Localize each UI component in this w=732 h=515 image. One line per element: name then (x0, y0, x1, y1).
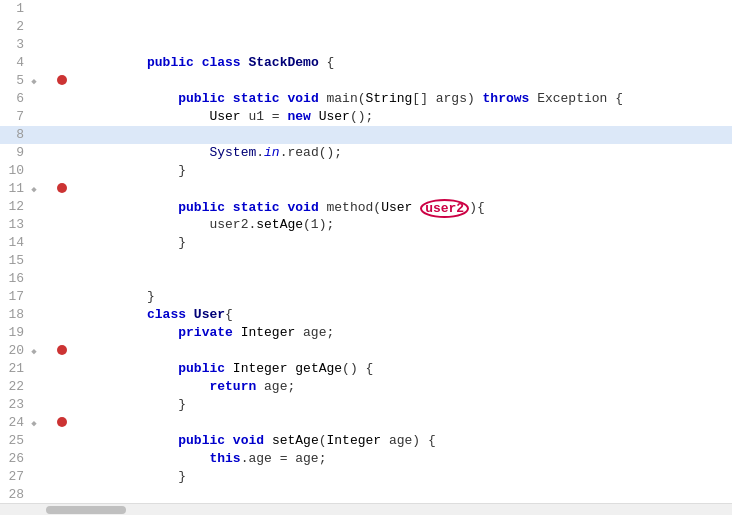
line-gutter-11: 11 ◆ (0, 180, 55, 198)
line-number-2: 2 (0, 18, 28, 36)
code-line-8: System.in.read(); (69, 126, 342, 144)
line-number-3: 3 (0, 36, 28, 54)
code-editor: 1 2 3 (0, 0, 732, 515)
code-line-12: user2.setAge(1); (69, 198, 334, 216)
table-row: 9 } (0, 144, 732, 162)
table-row: 18 private Integer age; (0, 306, 732, 324)
line-gutter-10: 10 (0, 162, 55, 180)
line-number-11: 11 (0, 180, 28, 198)
table-row: 16 } (0, 270, 732, 288)
line-number-18: 18 (0, 306, 28, 324)
line-gutter-4: 4 (0, 54, 55, 72)
line-number-9: 9 (0, 144, 28, 162)
fold-icon-5[interactable]: ◆ (28, 76, 40, 87)
table-row: 20 ◆ public Integer getAge() { (0, 342, 732, 360)
code-area[interactable]: 1 2 3 (0, 0, 732, 503)
line-gutter-19: 19 (0, 324, 55, 342)
line-gutter-17: 17 (0, 288, 55, 306)
code-line-6: User u1 = new User(); (69, 90, 373, 108)
code-line-20: public Integer getAge() { (69, 342, 373, 360)
line-gutter-16: 16 (0, 270, 55, 288)
breakpoint-24 (57, 417, 67, 427)
code-line-26: } (69, 450, 186, 468)
table-row: 2 (0, 18, 732, 36)
breakpoint-20 (57, 345, 67, 355)
line-number-16: 16 (0, 270, 28, 288)
line-number-21: 21 (0, 360, 28, 378)
line-number-23: 23 (0, 396, 28, 414)
code-line-7: method(u1); (69, 108, 295, 126)
line-number-17: 17 (0, 288, 28, 306)
line-gutter-21: 21 (0, 360, 55, 378)
breakpoint-11 (57, 183, 67, 193)
code-line-17: class User{ (69, 288, 233, 306)
line-number-15: 15 (0, 252, 28, 270)
table-row: 13 } (0, 216, 732, 234)
line-number-20: 20 (0, 342, 28, 360)
code-line-24: public void setAge(Integer age) { (69, 414, 436, 432)
code-line-25: this.age = age; (69, 432, 326, 450)
line-gutter-5: 5 ◆ (0, 72, 55, 90)
code-line-22: } (69, 378, 186, 396)
line-number-22: 22 (0, 378, 28, 396)
code-line-9: } (69, 144, 186, 162)
line-number-5: 5 (0, 72, 28, 90)
code-line-13: } (69, 216, 186, 234)
line-number-24: 24 (0, 414, 28, 432)
line-gutter-27: 27 (0, 468, 55, 486)
table-row: 8 System.in.read(); (0, 126, 732, 144)
line-gutter-7: 7 (0, 108, 55, 126)
line-number-7: 7 (0, 108, 28, 126)
scrollbar-thumb[interactable] (46, 506, 126, 514)
code-line-5: public static void main(String[] args) t… (69, 72, 623, 90)
line-gutter-2: 2 (0, 18, 55, 36)
code-line-21: return age; (69, 360, 295, 378)
table-row: 22 } (0, 378, 732, 396)
table-row: 17 class User{ (0, 288, 732, 306)
fold-icon-20[interactable]: ◆ (28, 346, 40, 357)
line-number-1: 1 (0, 0, 28, 18)
horizontal-scrollbar[interactable] (0, 503, 732, 515)
line-number-19: 19 (0, 324, 28, 342)
line-gutter-20: 20 ◆ (0, 342, 55, 360)
table-row: 11 ◆ public static void method(User user… (0, 180, 732, 198)
code-line-3: public class StackDemo { (69, 36, 334, 54)
line-number-10: 10 (0, 162, 28, 180)
code-line-16: } (69, 270, 155, 288)
line-number-25: 25 (0, 432, 28, 450)
line-number-13: 13 (0, 216, 28, 234)
line-gutter-6: 6 (0, 90, 55, 108)
line-gutter-9: 9 (0, 144, 55, 162)
table-row: 3 public class StackDemo { (0, 36, 732, 54)
line-gutter-24: 24 ◆ (0, 414, 55, 432)
line-number-27: 27 (0, 468, 28, 486)
line-gutter-28: 28 (0, 486, 55, 503)
breakpoint-5 (57, 75, 67, 85)
line-gutter-26: 26 (0, 450, 55, 468)
circle-user2: user2 (420, 199, 469, 218)
table-row: 5 ◆ public static void main(String[] arg… (0, 72, 732, 90)
line-gutter-8: 8 (0, 126, 55, 144)
line-number-26: 26 (0, 450, 28, 468)
code-line-18: private Integer age; (69, 306, 334, 324)
fold-icon-11[interactable]: ◆ (28, 184, 40, 195)
line-gutter-25: 25 (0, 432, 55, 450)
line-gutter-1: 1 (0, 0, 55, 18)
line-gutter-23: 23 (0, 396, 55, 414)
table-row: 1 (0, 0, 732, 18)
line-number-8: 8 (0, 126, 28, 144)
line-number-12: 12 (0, 198, 28, 216)
code-line-11: public static void method(User user2){ (69, 180, 485, 198)
line-number-6: 6 (0, 90, 28, 108)
fold-icon-24[interactable]: ◆ (28, 418, 40, 429)
line-gutter-13: 13 (0, 216, 55, 234)
table-row: 24 ◆ public void setAge(Integer age) { (0, 414, 732, 432)
table-row: 26 } (0, 450, 732, 468)
line-number-14: 14 (0, 234, 28, 252)
line-gutter-18: 18 (0, 306, 55, 324)
line-gutter-3: 3 (0, 36, 55, 54)
line-gutter-22: 22 (0, 378, 55, 396)
line-number-4: 4 (0, 54, 28, 72)
line-gutter-14: 14 (0, 234, 55, 252)
code-content: 1 2 3 (0, 0, 732, 493)
